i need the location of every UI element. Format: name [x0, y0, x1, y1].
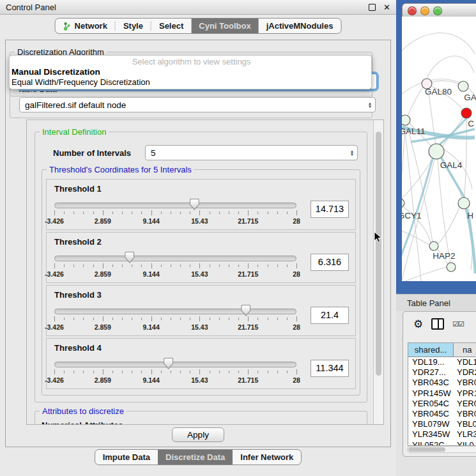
threshold-slider[interactable]: -3.4262.8599.14415.4321.71528	[54, 305, 296, 333]
cell-name[interactable]: YPR1	[453, 388, 476, 399]
table-row[interactable]: YPR145W YPR1	[408, 388, 476, 399]
network-edge[interactable]	[438, 208, 459, 243]
cell-shared-name[interactable]: YBR043C	[408, 378, 453, 388]
network-node-c[interactable]	[461, 108, 472, 118]
cell-shared-name[interactable]: YBR045C	[408, 409, 453, 419]
number-of-intervals-combobox[interactable]: 5 ▲▼	[145, 145, 358, 160]
table-row[interactable]: YBL079W YBL0	[408, 419, 476, 429]
tab-style[interactable]: Style	[116, 19, 151, 33]
algorithm-option-manual[interactable]: Manual Discretization	[10, 67, 371, 77]
settings-scrollbar[interactable]	[373, 120, 383, 424]
table-hscrollbar-thumb[interactable]	[408, 447, 445, 452]
tick-mark	[73, 371, 74, 373]
network-node-gal11[interactable]	[402, 115, 410, 125]
column-header-shared-name[interactable]: shared...	[408, 343, 454, 357]
show-columns-icon[interactable]	[431, 318, 444, 330]
column-header-name[interactable]: na	[454, 343, 476, 357]
apply-button[interactable]: Apply	[172, 427, 224, 442]
slider-track[interactable]	[54, 362, 296, 367]
tab-cyni-toolbox[interactable]: Cyni Toolbox	[191, 19, 258, 33]
table-row[interactable]: YBR043C YBR0	[408, 378, 476, 388]
scale-label: 21.715	[238, 376, 258, 384]
cell-shared-name[interactable]: YPR145W	[408, 388, 453, 399]
slider-handle-icon[interactable]	[241, 305, 250, 316]
cell-name[interactable]: YDL1	[453, 357, 476, 367]
threshold-value-field[interactable]: 14.713	[311, 201, 349, 218]
tab-jactivemnodules[interactable]: jActiveMNodules	[259, 19, 341, 33]
minimize-traffic-light[interactable]	[420, 6, 429, 15]
slider-track[interactable]	[54, 203, 296, 208]
cell-shared-name[interactable]: YLR345W	[408, 429, 453, 440]
algorithm-option-placeholder[interactable]: Select algorithm to view settings	[10, 57, 371, 67]
scale-label: 2.859	[95, 376, 111, 384]
close-traffic-light[interactable]	[408, 6, 417, 15]
slider-track[interactable]	[54, 309, 296, 314]
table-row[interactable]: YLR345W YLR3	[408, 429, 476, 440]
network-node-gal4[interactable]	[429, 144, 444, 159]
zoom-traffic-light[interactable]	[433, 6, 442, 15]
close-icon[interactable]: ✕	[383, 3, 390, 12]
table-hscrollbar[interactable]	[407, 446, 476, 453]
tick-mark	[151, 210, 152, 215]
table-row[interactable]: YDR27... YDR2	[408, 367, 476, 378]
table-row[interactable]: YIL052C YIL0	[408, 440, 476, 447]
tick-mark	[180, 318, 181, 320]
gear-icon[interactable]: ⚙	[413, 318, 423, 331]
tab-infer-network[interactable]: Infer Network	[233, 450, 301, 464]
algorithm-option-equal-width[interactable]: Equal Width/Frequency Discretization	[10, 77, 371, 88]
settings-scrollbar-thumb[interactable]	[376, 132, 381, 376]
network-node[interactable]	[447, 263, 456, 272]
tab-network[interactable]: Network	[56, 19, 115, 33]
network-edge[interactable]	[438, 159, 450, 263]
threshold-value-field[interactable]: 6.316	[311, 254, 349, 271]
network-node-h[interactable]	[458, 197, 470, 209]
network-node-ga[interactable]	[458, 81, 468, 91]
slider-handle-icon[interactable]	[190, 199, 199, 210]
cell-shared-name[interactable]: YIL052C	[408, 440, 453, 447]
tick-mark	[296, 263, 297, 268]
tab-discretize-data[interactable]: Discretize Data	[158, 450, 233, 464]
tick-mark	[257, 318, 258, 320]
table-data-value: galFiltered.sif default node	[20, 100, 365, 110]
threshold-slider[interactable]: -3.4262.8599.14415.4321.71528	[54, 252, 296, 280]
tick-mark	[112, 371, 113, 373]
network-edge[interactable]	[427, 56, 474, 78]
table-data-combobox[interactable]: galFiltered.sif default node ▲▼	[19, 97, 376, 112]
network-edge[interactable]	[402, 267, 447, 281]
cell-shared-name[interactable]: YER054C	[408, 399, 453, 409]
threshold-slider[interactable]: -3.4262.8599.14415.4321.71528	[54, 358, 296, 386]
cell-name[interactable]: YDR2	[453, 367, 476, 378]
network-edge[interactable]	[408, 87, 423, 116]
table-row[interactable]: YDL19... YDL1	[408, 357, 476, 367]
network-node-gcy1[interactable]	[402, 199, 404, 208]
slider-handle-icon[interactable]	[164, 358, 173, 369]
tab-impute-data[interactable]: Impute Data	[95, 450, 158, 464]
tab-select[interactable]: Select	[151, 19, 191, 33]
cell-shared-name[interactable]: YDL19...	[408, 357, 453, 367]
network-window[interactable]: GAL80GACGAL11GAL4GCY1HHAP2	[402, 3, 476, 282]
cell-name[interactable]: YLR3	[453, 429, 476, 440]
cell-name[interactable]: YBR0	[453, 378, 476, 388]
slider-track[interactable]	[54, 256, 296, 261]
network-canvas[interactable]: GAL80GACGAL11GAL4GCY1HHAP2	[402, 17, 476, 281]
table-row[interactable]: YER054C YER0	[408, 399, 476, 409]
cell-name[interactable]: YBR0	[453, 409, 476, 419]
network-edge[interactable]	[402, 33, 475, 56]
tick-mark	[180, 211, 181, 214]
network-node-hap2[interactable]	[429, 242, 438, 250]
float-window-icon[interactable]	[369, 4, 376, 11]
tick-mark	[199, 369, 200, 374]
cell-shared-name[interactable]: YBL079W	[408, 419, 453, 429]
threshold-value-field[interactable]: 21.4	[311, 307, 349, 324]
threshold-value-field[interactable]: 11.344	[311, 360, 349, 377]
attributes-group: Attributes to discretize Numerical Attri…	[35, 411, 367, 424]
slider-handle-icon[interactable]	[125, 252, 134, 263]
select-checkboxes-icon[interactable]: ☑☑	[452, 320, 464, 328]
table-row[interactable]: YBR045C YBR0	[408, 409, 476, 419]
cell-shared-name[interactable]: YDR27...	[408, 367, 453, 378]
cell-name[interactable]: YER0	[453, 399, 476, 409]
cell-name[interactable]: YBL0	[453, 419, 476, 429]
tick-mark	[180, 371, 181, 373]
cell-name[interactable]: YIL0	[453, 440, 476, 447]
threshold-slider[interactable]: -3.4262.8599.14415.4321.71528	[54, 199, 296, 227]
